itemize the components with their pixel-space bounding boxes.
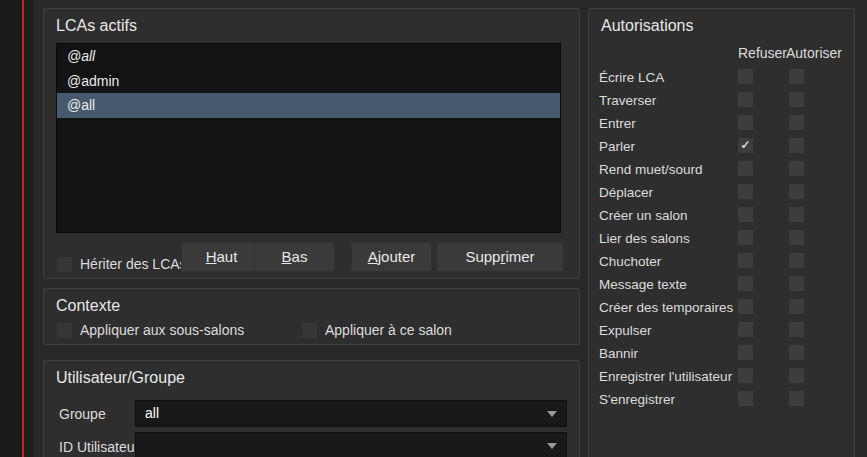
permission-row: Message texte: [589, 272, 854, 295]
deny-checkbox[interactable]: [738, 69, 753, 84]
allow-checkbox[interactable]: [789, 207, 804, 222]
allow-checkbox[interactable]: [789, 299, 804, 314]
user-id-combobox[interactable]: [135, 432, 567, 457]
allow-checkbox[interactable]: [789, 115, 804, 130]
user-id-label: ID Utilisateur: [59, 439, 139, 455]
allow-checkbox[interactable]: [789, 322, 804, 337]
chevron-down-icon[interactable]: [547, 411, 557, 417]
deny-checkbox[interactable]: [738, 276, 753, 291]
permission-label: Parler: [599, 138, 635, 153]
permission-row: Bannir: [589, 341, 854, 364]
permission-label: Message texte: [599, 276, 687, 291]
chevron-down-icon[interactable]: [547, 443, 557, 449]
permission-row: Chuchoter: [589, 249, 854, 272]
move-down-button[interactable]: Bas: [254, 242, 335, 272]
permissions-rows: Écrire LCA Traverser Entrer Parler Rend …: [589, 65, 854, 410]
deny-checkbox[interactable]: [738, 253, 753, 268]
allow-checkbox[interactable]: [789, 184, 804, 199]
permission-label: Écrire LCA: [599, 69, 664, 84]
permission-row: S'enregistrer: [589, 387, 854, 410]
allow-checkbox[interactable]: [789, 368, 804, 383]
deny-checkbox[interactable]: [738, 230, 753, 245]
deny-checkbox[interactable]: [738, 299, 753, 314]
permissions-group: Autorisations Refuser Autoriser Écrire L…: [588, 8, 855, 457]
user-group-title: Utilisateur/Groupe: [56, 369, 185, 387]
allow-checkbox[interactable]: [789, 69, 804, 84]
permissions-title: Autorisations: [601, 17, 694, 35]
permission-row: Parler: [589, 134, 854, 157]
allow-checkbox[interactable]: [789, 391, 804, 406]
user-group-group: Utilisateur/Groupe Groupe all ID Utilisa…: [43, 360, 580, 457]
deny-column-header: Refuser: [738, 45, 787, 61]
permission-label: Enregistrer l'utilisateur: [599, 368, 732, 383]
deny-checkbox[interactable]: [738, 322, 753, 337]
apply-subchannels-checkbox-box[interactable]: [57, 323, 72, 338]
deny-checkbox[interactable]: [738, 161, 753, 176]
allow-column-header: Autoriser: [786, 45, 842, 61]
apply-subchannels-checkbox[interactable]: Appliquer aux sous-salons: [57, 322, 244, 338]
permission-row: Écrire LCA: [589, 65, 854, 88]
remove-button[interactable]: Supprimer: [436, 242, 564, 272]
group-combobox[interactable]: all: [135, 400, 567, 427]
permission-label: Lier des salons: [599, 230, 690, 245]
permission-label: Expulser: [599, 322, 652, 337]
deny-checkbox[interactable]: [738, 391, 753, 406]
permission-row: Expulser: [589, 318, 854, 341]
permission-label: Créer des temporaires: [599, 299, 733, 314]
permission-label: Déplacer: [599, 184, 653, 199]
permission-label: Rend muet/sourd: [599, 161, 703, 176]
deny-checkbox[interactable]: [738, 138, 753, 153]
deny-checkbox[interactable]: [738, 184, 753, 199]
permission-row: Déplacer: [589, 180, 854, 203]
permission-label: S'enregistrer: [599, 391, 675, 406]
deny-checkbox[interactable]: [738, 115, 753, 130]
deny-checkbox[interactable]: [738, 92, 753, 107]
allow-checkbox[interactable]: [789, 161, 804, 176]
acl-buttons-row: HautBasAjouterSupprimer: [44, 9, 579, 278]
apply-subchannels-checkbox-label: Appliquer aux sous-salons: [80, 322, 244, 338]
allow-checkbox[interactable]: [789, 138, 804, 153]
allow-checkbox[interactable]: [789, 230, 804, 245]
apply-this-channel-checkbox-label: Appliquer à ce salon: [325, 322, 452, 338]
permission-label: Bannir: [599, 345, 638, 360]
permission-row: Créer un salon: [589, 203, 854, 226]
permission-row: Traverser: [589, 88, 854, 111]
permission-row: Lier des salons: [589, 226, 854, 249]
group-combobox-value: all: [145, 405, 159, 421]
permission-row: Entrer: [589, 111, 854, 134]
permission-label: Chuchoter: [599, 253, 661, 268]
deny-checkbox[interactable]: [738, 345, 753, 360]
allow-checkbox[interactable]: [789, 276, 804, 291]
context-title: Contexte: [56, 297, 120, 315]
permission-label: Créer un salon: [599, 207, 688, 222]
permission-label: Traverser: [599, 92, 656, 107]
background-window-strip: [0, 0, 22, 457]
permission-row: Créer des temporaires: [589, 295, 854, 318]
add-button[interactable]: Ajouter: [351, 242, 432, 272]
move-up-button[interactable]: Haut: [181, 242, 262, 272]
group-label: Groupe: [59, 406, 106, 422]
dialog-left-edge: [24, 0, 33, 457]
apply-this-channel-checkbox[interactable]: Appliquer à ce salon: [302, 322, 452, 338]
permission-label: Entrer: [599, 115, 636, 130]
deny-checkbox[interactable]: [738, 368, 753, 383]
allow-checkbox[interactable]: [789, 345, 804, 360]
context-group: Contexte Appliquer aux sous-salons Appli…: [43, 288, 580, 345]
apply-this-channel-checkbox-box[interactable]: [302, 323, 317, 338]
permission-row: Enregistrer l'utilisateur: [589, 364, 854, 387]
active-acls-group: LCAs actifs @all@admin@all Hériter des L…: [43, 8, 580, 279]
allow-checkbox[interactable]: [789, 253, 804, 268]
deny-checkbox[interactable]: [738, 207, 753, 222]
allow-checkbox[interactable]: [789, 92, 804, 107]
permission-row: Rend muet/sourd: [589, 157, 854, 180]
